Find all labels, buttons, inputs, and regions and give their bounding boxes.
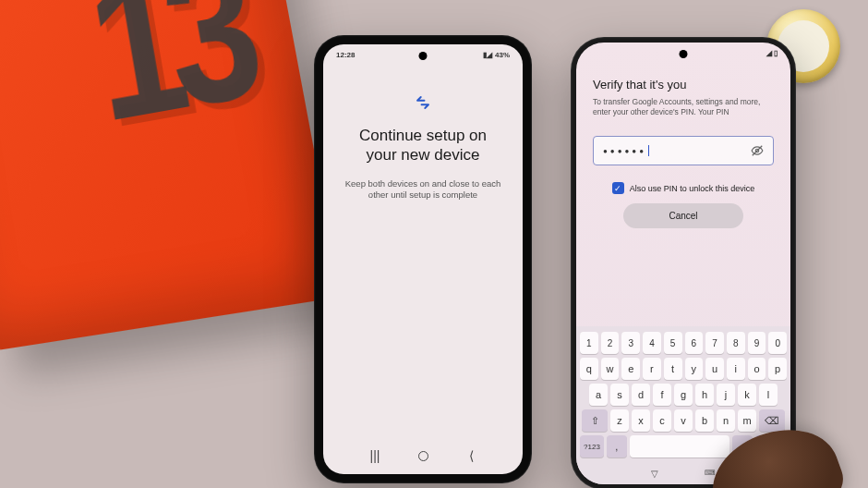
key-d[interactable]: d [632,384,650,406]
key-e[interactable]: e [621,358,640,380]
verify-title: Verify that it's you [593,78,774,92]
key-o[interactable]: o [748,358,766,380]
shift-key[interactable]: ⇧ [582,409,608,432]
key-g[interactable]: g [674,384,693,406]
key-5[interactable]: 5 [664,332,682,354]
key-a[interactable]: a [589,384,608,406]
box-label: 13 [78,0,261,152]
key-3[interactable]: 3 [621,332,640,354]
key-9[interactable]: 9 [748,332,766,354]
pin-input[interactable]: ●●●●●● [593,136,774,165]
key-s[interactable]: s [610,384,629,406]
key-u[interactable]: u [705,358,724,380]
phone-source: 12:28 ▮◢ 43% Continue setup onyour new d… [314,35,532,483]
recents-button[interactable]: ||| [361,448,389,463]
key-b[interactable]: b [695,409,714,432]
transfer-icon [415,94,431,115]
key-f[interactable]: f [653,384,671,406]
key-6[interactable]: 6 [685,332,704,354]
comma-key[interactable]: , [607,435,627,458]
use-pin-checkbox[interactable]: ✓ [612,182,624,194]
key-4[interactable]: 4 [643,332,661,354]
key-7[interactable]: 7 [705,332,724,354]
backspace-key[interactable]: ⌫ [759,409,785,432]
key-t[interactable]: t [664,358,682,380]
key-i[interactable]: i [727,358,745,380]
signal-icon: ▮◢ [483,51,492,59]
key-k[interactable]: k [738,384,756,406]
use-pin-label: Also use PIN to unlock this device [630,184,755,193]
key-1[interactable]: 1 [580,332,598,354]
key-2[interactable]: 2 [601,332,620,354]
space-key[interactable] [630,435,730,458]
android-navbar: ||| ⟨ [323,441,523,474]
key-j[interactable]: j [717,384,735,406]
key-z[interactable]: z [610,409,629,432]
setup-title: Continue setup onyour new device [359,126,487,165]
key-y[interactable]: y [685,358,704,380]
product-box: 13 [0,0,342,350]
camera-hole [419,52,428,60]
key-8[interactable]: 8 [727,332,745,354]
signal-icon: ◢ ▯ [766,49,778,57]
key-r[interactable]: r [643,358,661,380]
setup-body: Keep both devices on and close to each o… [344,178,502,202]
verify-body: To transfer Google Accounts, settings an… [593,97,774,117]
camera-hole [680,50,688,58]
back-button[interactable]: ⟨ [457,448,485,463]
visibility-toggle-icon[interactable] [751,144,764,157]
key-q[interactable]: q [580,358,598,380]
status-time: 12:28 [336,51,355,59]
key-l[interactable]: l [759,384,778,406]
key-p[interactable]: p [768,358,787,380]
key-x[interactable]: x [632,409,650,432]
key-w[interactable]: w [601,358,620,380]
back-button[interactable]: ▽ [651,469,658,479]
key-h[interactable]: h [695,384,714,406]
battery-text: 43% [495,51,510,59]
home-button[interactable] [409,451,437,461]
symbols-key[interactable]: ?123 [580,435,604,458]
key-n[interactable]: n [717,409,735,432]
key-v[interactable]: v [674,409,693,432]
key-c[interactable]: c [653,409,671,432]
phone-target: ◢ ▯ Verify that it's you To transfer Goo… [571,37,796,488]
key-m[interactable]: m [738,409,756,432]
key-0[interactable]: 0 [768,332,787,354]
cancel-button[interactable]: Cancel [623,203,743,228]
